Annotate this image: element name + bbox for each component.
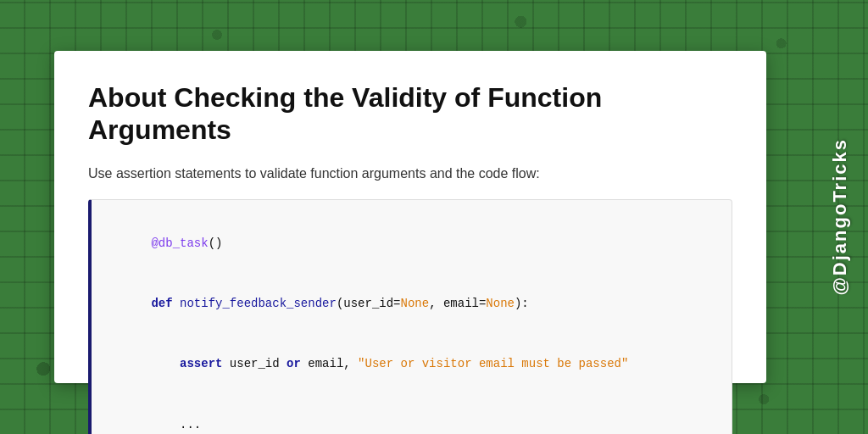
- code-line-3: assert user_id or email, "User or visito…: [108, 335, 715, 395]
- code-line-1: @db_task(): [108, 214, 715, 274]
- main-card: About Checking the Validity of Function …: [54, 51, 766, 383]
- code-block: @db_task() def notify_feedback_sender(us…: [88, 199, 732, 434]
- sidebar-brand-text: @DjangoTricks: [829, 138, 851, 296]
- sidebar-brand: @DjangoTricks: [819, 68, 861, 366]
- code-line-4: ...: [108, 395, 715, 434]
- code-line-2: def notify_feedback_sender(user_id=None,…: [108, 274, 715, 334]
- subtitle: Use assertion statements to validate fun…: [88, 164, 732, 184]
- page-title: About Checking the Validity of Function …: [88, 81, 732, 147]
